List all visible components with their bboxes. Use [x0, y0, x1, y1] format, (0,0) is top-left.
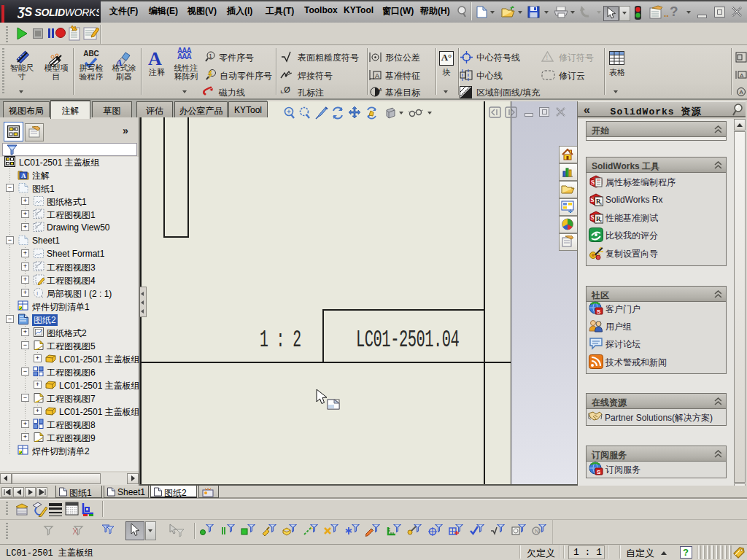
- svg-text:S: S: [591, 196, 595, 203]
- svg-text:S: S: [591, 179, 595, 186]
- svg-text:S: S: [597, 469, 601, 475]
- svg-text:N: N: [535, 528, 539, 534]
- svg-text:S: S: [597, 308, 601, 315]
- svg-text:S: S: [591, 214, 595, 221]
- svg-text:x: x: [600, 201, 602, 206]
- svg-text:A: A: [740, 72, 744, 79]
- svg-text:1: 1: [209, 52, 212, 60]
- svg-text:I: I: [36, 290, 38, 297]
- svg-text:A: A: [21, 172, 26, 179]
- svg-text:A: A: [740, 89, 744, 96]
- svg-text:x: x: [600, 219, 602, 223]
- svg-text:!: !: [546, 54, 549, 61]
- svg-text:A: A: [375, 72, 379, 79]
- svg-text:A: A: [379, 87, 382, 93]
